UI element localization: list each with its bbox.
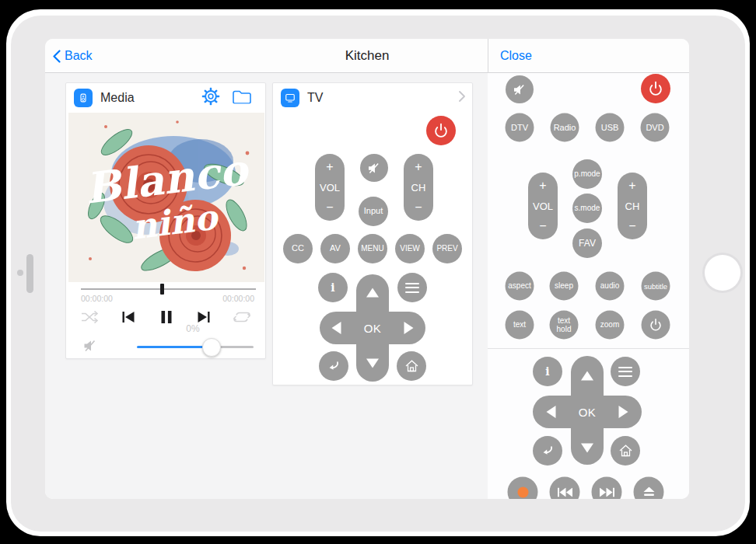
tv-info-button[interactable]: i xyxy=(318,273,348,302)
home-button[interactable] xyxy=(705,255,740,291)
tv-panel-title: TV xyxy=(307,83,323,113)
tv-vol-label: VOL xyxy=(320,183,340,193)
tv-ch-down[interactable]: − xyxy=(415,201,422,214)
repeat-button[interactable] xyxy=(233,312,250,326)
remote-dpad-down-arrow[interactable] xyxy=(581,444,593,455)
power-icon xyxy=(649,318,663,333)
source-dtv-button[interactable]: DTV xyxy=(506,113,534,142)
mute-icon[interactable] xyxy=(84,340,97,355)
tv-ch-up[interactable]: + xyxy=(415,161,422,173)
tv-vol-down[interactable]: − xyxy=(326,201,333,214)
tv-mute-button[interactable] xyxy=(360,154,388,182)
remote-info-button[interactable]: i xyxy=(533,357,562,386)
source-radio-button[interactable]: Radio xyxy=(551,113,579,142)
audio-button[interactable]: audio xyxy=(596,272,625,301)
progress-handle[interactable] xyxy=(160,284,164,295)
sleep-button[interactable]: sleep xyxy=(550,272,579,301)
media-panel: Media xyxy=(65,82,266,359)
volume-thumb[interactable] xyxy=(202,338,221,357)
skip-back-icon xyxy=(557,487,572,497)
previous-track-button[interactable] xyxy=(122,311,135,326)
tv-volume-rocker[interactable]: + VOL − xyxy=(315,154,345,221)
volume-track-filled[interactable] xyxy=(137,346,212,348)
tv-menu-button[interactable]: MENU xyxy=(358,234,387,263)
tv-vol-up[interactable]: + xyxy=(326,161,333,173)
progress-bar[interactable] xyxy=(81,288,256,290)
remote-mute-button[interactable] xyxy=(506,75,534,103)
folder-icon[interactable] xyxy=(233,89,252,107)
remote-dpad-left-arrow[interactable] xyxy=(544,406,556,418)
fav-button[interactable]: FAV xyxy=(572,228,602,258)
tv-ch-label: CH xyxy=(411,183,426,193)
remote-menu-list-button[interactable] xyxy=(611,357,640,386)
remote-volume-rocker[interactable]: + VOL − xyxy=(528,173,558,239)
skip-back-button[interactable] xyxy=(550,477,580,500)
skip-forward-button[interactable] xyxy=(592,477,622,500)
remote-vol-down[interactable]: − xyxy=(539,220,546,232)
tv-ok-button[interactable]: OK xyxy=(364,322,382,335)
zoom-button[interactable]: zoom xyxy=(596,311,625,340)
close-button[interactable]: Close xyxy=(500,39,532,73)
remote-vol-up[interactable]: + xyxy=(539,180,546,192)
pause-button[interactable] xyxy=(161,310,173,327)
back-arrow-icon xyxy=(327,361,340,371)
tv-power-button[interactable] xyxy=(426,116,456,145)
home-icon xyxy=(404,359,419,373)
tv-back-button[interactable] xyxy=(319,351,348,381)
tv-av-button[interactable]: AV xyxy=(320,234,350,263)
chevron-right-icon xyxy=(459,91,465,105)
remote-ch-down[interactable]: − xyxy=(628,220,635,232)
tv-menu-list-button[interactable] xyxy=(397,273,427,302)
tv-input-button[interactable]: Input xyxy=(359,197,388,226)
tablet-mockup: Back Kitchen Close Media xyxy=(0,0,756,544)
remote-power-button[interactable] xyxy=(641,74,670,103)
eject-button[interactable] xyxy=(634,477,664,500)
shuffle-button[interactable] xyxy=(81,311,100,326)
remote-back-button[interactable] xyxy=(533,436,562,466)
tv-cc-button[interactable]: CC xyxy=(283,234,313,263)
remote-dpad-up-arrow[interactable] xyxy=(581,369,593,381)
remote-ch-label: CH xyxy=(625,201,640,211)
source-usb-button[interactable]: USB xyxy=(596,113,625,142)
album-art: Blanco niño xyxy=(68,113,264,282)
tv-dpad-down-arrow[interactable] xyxy=(366,359,379,371)
tv-view-button[interactable]: VIEW xyxy=(395,234,425,263)
settings-gear-icon[interactable] xyxy=(202,88,220,109)
remote-ok-button[interactable]: OK xyxy=(579,406,597,419)
remote-ch-up[interactable]: + xyxy=(628,180,635,192)
side-speaker-bar xyxy=(26,254,33,293)
tv-channel-rocker[interactable]: + CH − xyxy=(404,154,433,221)
remote-section-divider xyxy=(488,348,689,349)
tv-prev-button[interactable]: PREV xyxy=(432,234,462,263)
remote-dpad-right-arrow[interactable] xyxy=(619,406,631,418)
camera-dot-icon xyxy=(17,270,23,276)
remote-home-button[interactable] xyxy=(611,436,640,466)
tv-dpad-up-arrow[interactable] xyxy=(366,286,379,298)
volume-percent-label: 0% xyxy=(186,323,199,334)
record-button[interactable] xyxy=(508,477,538,500)
remote-vol-label: VOL xyxy=(533,201,553,211)
aspect-button[interactable]: aspect xyxy=(506,272,534,301)
text-button[interactable]: text xyxy=(506,311,534,340)
tv-dpad-left-arrow[interactable] xyxy=(330,322,341,334)
smode-button[interactable]: s.mode xyxy=(572,194,602,223)
back-arrow-icon xyxy=(541,445,554,456)
remote-channel-rocker[interactable]: + CH − xyxy=(618,173,647,239)
tv-icon xyxy=(281,89,299,107)
mute-icon xyxy=(368,162,380,174)
text-hold-button[interactable]: text hold xyxy=(550,311,579,340)
subtitle-button[interactable]: subtitle xyxy=(642,272,670,301)
info-icon: i xyxy=(331,282,334,294)
info-icon: i xyxy=(545,366,549,378)
pmode-button[interactable]: p.mode xyxy=(572,159,602,189)
eject-icon xyxy=(642,487,655,497)
back-label: Back xyxy=(65,49,93,63)
back-button[interactable]: Back xyxy=(53,39,93,73)
remote-power2-button[interactable] xyxy=(642,311,670,340)
source-dvd-button[interactable]: DVD xyxy=(641,113,670,142)
full-remote-panel: DTV Radio USB DVD + VOL − p.mode s.mode … xyxy=(488,73,689,499)
tv-dpad-right-arrow[interactable] xyxy=(404,322,416,334)
tv-home-button[interactable] xyxy=(397,351,426,381)
media-speaker-icon xyxy=(74,89,93,107)
tv-panel-header[interactable]: TV xyxy=(273,83,472,113)
